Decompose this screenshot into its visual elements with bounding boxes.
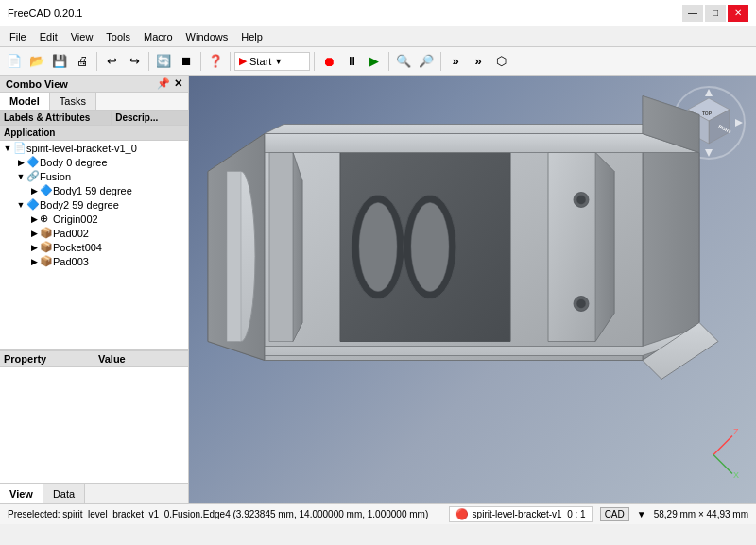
tree-icon-pad003: 📦 <box>40 255 53 267</box>
more-button[interactable]: » <box>445 51 466 72</box>
redo-button[interactable]: ↪ <box>124 51 145 72</box>
tree-item-pad003[interactable]: ▶📦Pad003 <box>0 254 188 268</box>
combo-pin-icon[interactable]: 📌 <box>157 77 170 90</box>
tree-item-pocket004[interactable]: ▶📦Pocket004 <box>0 240 188 254</box>
tree-item-body1[interactable]: ▶🔷Body1 59 degree <box>0 183 188 197</box>
combo-close-icon[interactable]: ✕ <box>174 77 182 90</box>
tree-item-origin002[interactable]: ▶⊕Origin002 <box>0 212 188 226</box>
menu-file[interactable]: File <box>4 29 32 44</box>
svg-marker-22 <box>595 153 614 342</box>
svg-line-36 <box>713 436 732 455</box>
viewport[interactable]: TOP RIGHT MOLD <box>189 76 756 503</box>
status-file[interactable]: 🔴 spirit-level-bracket-v1_0 : 1 <box>449 506 593 522</box>
sep4 <box>230 52 231 71</box>
status-right: CAD ▼ 58,29 mm × 44,93 mm <box>600 507 748 521</box>
preselected-status: Preselected: spirit_level_bracket_v1_0.F… <box>8 509 441 519</box>
svg-marker-24 <box>293 153 302 342</box>
property-col-name: Property <box>0 351 94 366</box>
tree-label-body1: Body1 59 degree <box>53 185 132 196</box>
tree-item-root[interactable]: ▼📄spirit-level-bracket-v1_0 <box>0 141 188 155</box>
tree-arrow-fusion[interactable]: ▼ <box>15 172 26 181</box>
open-button[interactable]: 📂 <box>26 51 47 72</box>
more2-button[interactable]: » <box>468 51 489 72</box>
tree-col-descrip: Descrip... <box>112 111 188 125</box>
record-button[interactable]: ⏺ <box>318 51 339 72</box>
tree-item-pad002[interactable]: ▶📦Pad002 <box>0 226 188 240</box>
menu-tools[interactable]: Tools <box>100 29 136 44</box>
undo-button[interactable]: ↩ <box>101 51 122 72</box>
tree-arrow-body1[interactable]: ▶ <box>28 186 40 196</box>
minimize-button[interactable]: — <box>682 5 703 22</box>
tree-label-fusion: Fusion <box>40 171 71 182</box>
svg-text:X: X <box>733 470 739 480</box>
workbench-arrow: ▼ <box>274 57 283 66</box>
tree-item-body2[interactable]: ▼🔷Body2 59 degree <box>0 197 188 212</box>
tree-arrow-origin002[interactable]: ▶ <box>28 214 40 224</box>
tree-icon-body1: 🔷 <box>40 184 53 196</box>
menu-windows[interactable]: Windows <box>180 29 234 44</box>
refresh-button[interactable]: 🔄 <box>153 51 174 72</box>
tree-arrow-pad003[interactable]: ▶ <box>28 257 40 266</box>
tab-view[interactable]: View <box>0 484 43 503</box>
tree-icon-body2: 🔷 <box>26 198 40 211</box>
tree-item-body0[interactable]: ▶🔷Body 0 degree <box>0 155 188 169</box>
tb-btn-6[interactable]: ⏸ <box>341 51 362 72</box>
save-button[interactable]: 💾 <box>49 51 70 72</box>
sep6 <box>388 52 389 71</box>
model-3d: Z X <box>189 76 756 503</box>
tree-items: ▼📄spirit-level-bracket-v1_0▶🔷Body 0 degr… <box>0 141 188 268</box>
tree-icon-pad002: 📦 <box>40 227 53 239</box>
tree-item-fusion[interactable]: ▼🔗Fusion <box>0 169 188 183</box>
tree-arrow-pad002[interactable]: ▶ <box>28 229 40 238</box>
tree-icon-pocket004: 📦 <box>40 241 53 253</box>
svg-line-37 <box>713 455 732 474</box>
svg-text:Z: Z <box>733 427 739 436</box>
tree-icon-origin002: ⊕ <box>40 213 53 225</box>
status-icon-2: ▼ <box>637 509 646 519</box>
tab-model[interactable]: Model <box>0 93 50 110</box>
maximize-button[interactable]: □ <box>705 5 726 22</box>
sep1 <box>96 52 97 71</box>
zoom-button[interactable]: 🔎 <box>416 51 437 72</box>
tab-tasks[interactable]: Tasks <box>50 93 96 110</box>
stop-button[interactable]: ⏹ <box>176 51 197 72</box>
sep3 <box>200 52 201 71</box>
tree-col-labels: Labels & Attributes <box>0 111 112 125</box>
play-button[interactable]: ▶ <box>364 51 385 72</box>
tab-data[interactable]: Data <box>43 484 85 503</box>
zoom-fit-button[interactable]: 🔍 <box>393 51 414 72</box>
combo-view-icons: 📌 ✕ <box>157 77 182 90</box>
tree-panel: Labels & Attributes Descrip... Applicati… <box>0 111 188 350</box>
sep5 <box>314 52 315 71</box>
tree-label-pocket004: Pocket004 <box>53 242 102 253</box>
file-icon: 🔴 <box>455 508 469 520</box>
svg-point-32 <box>576 299 586 309</box>
titlebar: FreeCAD 0.20.1 — □ ✕ <box>0 0 756 26</box>
status-filename: spirit-level-bracket-v1_0 : 1 <box>472 509 586 519</box>
print-button[interactable]: 🖨 <box>72 51 93 72</box>
panel-tabs: Model Tasks <box>0 93 188 111</box>
sep2 <box>148 52 149 71</box>
property-header: Property Value <box>0 351 188 367</box>
sep7 <box>440 52 441 71</box>
tree-arrow-pocket004[interactable]: ▶ <box>28 243 40 252</box>
combo-view-title: Combo View <box>6 78 68 90</box>
tree-arrow-root[interactable]: ▼ <box>2 144 13 153</box>
cad-badge: CAD <box>600 507 629 521</box>
menu-view[interactable]: View <box>65 29 99 44</box>
menu-macro[interactable]: Macro <box>138 29 179 44</box>
property-panel: Property Value <box>0 350 188 483</box>
tree-arrow-body2[interactable]: ▼ <box>15 200 26 210</box>
expand-button[interactable]: ⬡ <box>490 51 511 72</box>
workbench-dropdown[interactable]: ▶ Start ▼ <box>234 52 310 71</box>
menu-edit[interactable]: Edit <box>34 29 63 44</box>
menu-help[interactable]: Help <box>235 29 268 44</box>
tree-label-origin002: Origin002 <box>53 213 98 225</box>
tree-arrow-body0[interactable]: ▶ <box>15 158 26 167</box>
new-button[interactable]: 📄 <box>4 51 25 72</box>
tree-icon-root: 📄 <box>13 142 26 154</box>
bottom-tabs: View Data <box>0 483 188 503</box>
close-button[interactable]: ✕ <box>728 5 748 22</box>
help-button[interactable]: ❓ <box>205 51 226 72</box>
menubar: File Edit View Tools Macro Windows Help <box>0 26 756 47</box>
